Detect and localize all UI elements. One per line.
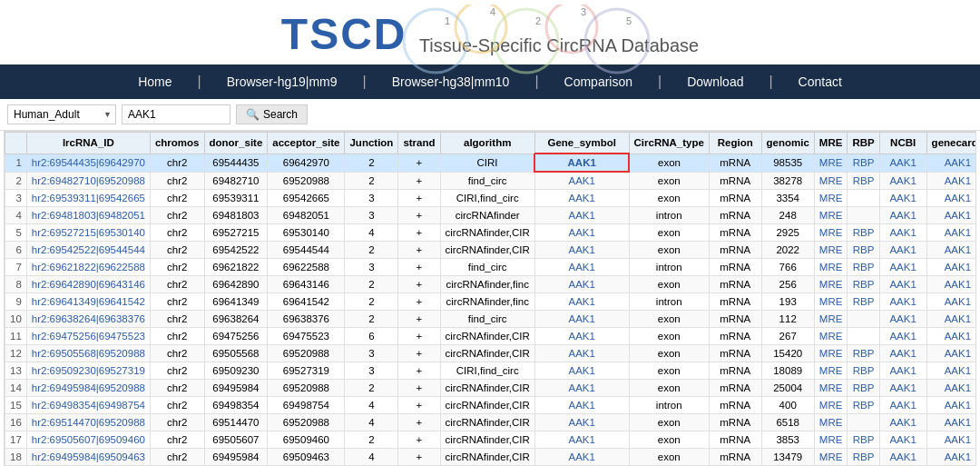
ncbi-cell[interactable]: AAK1 — [879, 224, 926, 242]
genecards-cell[interactable]: AAK1 — [926, 207, 976, 224]
ncbi-cell[interactable]: AAK1 — [879, 397, 926, 414]
gene-cell[interactable]: AAK1 — [534, 328, 629, 345]
rbp-cell[interactable]: RBP — [848, 380, 879, 397]
mre-cell[interactable]: MRE — [814, 380, 848, 397]
rbp-cell[interactable]: RBP — [848, 259, 879, 276]
ncbi-cell[interactable]: AAK1 — [879, 276, 926, 293]
mre-cell[interactable]: MRE — [814, 345, 848, 362]
genecards-cell[interactable]: AAK1 — [926, 154, 976, 172]
lrna-id-cell[interactable]: hr2:69514470|69520988 — [26, 414, 150, 431]
gene-cell[interactable]: AAK1 — [534, 276, 629, 293]
genecards-cell[interactable]: AAK1 — [926, 190, 976, 207]
genecards-cell[interactable]: AAK1 — [926, 293, 976, 311]
mre-cell[interactable]: MRE — [814, 224, 848, 242]
lrna-id-cell[interactable]: hr2:69544435|69642970 — [26, 154, 150, 172]
gene-cell[interactable]: AAK1 — [534, 172, 629, 190]
ncbi-cell[interactable]: AAK1 — [879, 362, 926, 380]
rbp-cell[interactable]: RBP — [848, 224, 879, 242]
ncbi-cell[interactable]: AAK1 — [879, 154, 926, 172]
lrna-id-cell[interactable]: hr2:69482710|69520988 — [26, 172, 150, 190]
lrna-id-cell[interactable]: hr2:69505607|69509460 — [26, 431, 150, 449]
ncbi-cell[interactable]: AAK1 — [879, 431, 926, 449]
ncbi-cell[interactable]: AAK1 — [879, 242, 926, 259]
lrna-id-cell[interactable]: hr2:69481803|69482051 — [26, 207, 150, 224]
mre-cell[interactable]: MRE — [814, 207, 848, 224]
gene-cell[interactable]: AAK1 — [534, 224, 629, 242]
gene-cell[interactable]: AAK1 — [534, 414, 629, 431]
mre-cell[interactable]: MRE — [814, 276, 848, 293]
lrna-id-cell[interactable]: hr2:69475256|69475523 — [26, 328, 150, 345]
rbp-cell[interactable]: RBP — [848, 293, 879, 311]
genecards-cell[interactable]: AAK1 — [926, 328, 976, 345]
genecards-cell[interactable]: AAK1 — [926, 397, 976, 414]
mre-cell[interactable]: MRE — [814, 293, 848, 311]
lrna-id-cell[interactable]: hr2:69621822|69622588 — [26, 259, 150, 276]
genecards-cell[interactable]: AAK1 — [926, 276, 976, 293]
lrna-id-cell[interactable]: hr2:69505568|69520988 — [26, 345, 150, 362]
mre-cell[interactable]: MRE — [814, 311, 848, 328]
genecards-cell[interactable]: AAK1 — [926, 259, 976, 276]
tissue-select[interactable]: Human_Adult Human_Fetal Mouse_Adult Mous… — [7, 104, 116, 124]
search-button[interactable]: 🔍 Search — [236, 104, 308, 124]
mre-cell[interactable]: MRE — [814, 154, 848, 172]
ncbi-cell[interactable]: AAK1 — [879, 190, 926, 207]
rbp-cell[interactable]: RBP — [848, 242, 879, 259]
gene-cell[interactable]: AAK1 — [534, 207, 629, 224]
lrna-id-cell[interactable]: hr2:69638264|69638376 — [26, 311, 150, 328]
genecards-cell[interactable]: AAK1 — [926, 414, 976, 431]
ncbi-cell[interactable]: AAK1 — [879, 293, 926, 311]
genecards-cell[interactable]: AAK1 — [926, 345, 976, 362]
rbp-cell[interactable]: RBP — [848, 345, 879, 362]
mre-cell[interactable]: MRE — [814, 328, 848, 345]
genecards-cell[interactable]: AAK1 — [926, 242, 976, 259]
genecards-cell[interactable]: AAK1 — [926, 311, 976, 328]
gene-cell[interactable]: AAK1 — [534, 449, 629, 466]
lrna-id-cell[interactable]: hr2:69495984|69509463 — [26, 449, 150, 466]
lrna-id-cell[interactable]: hr2:69527215|69530140 — [26, 224, 150, 242]
ncbi-cell[interactable]: AAK1 — [879, 345, 926, 362]
lrna-id-cell[interactable]: hr2:69542522|69544544 — [26, 242, 150, 259]
lrna-id-cell[interactable]: hr2:69495984|69520988 — [26, 380, 150, 397]
rbp-cell[interactable]: RBP — [848, 397, 879, 414]
rbp-cell[interactable]: RBP — [848, 449, 879, 466]
ncbi-cell[interactable]: AAK1 — [879, 328, 926, 345]
genecards-cell[interactable]: AAK1 — [926, 449, 976, 466]
mre-cell[interactable]: MRE — [814, 449, 848, 466]
ncbi-cell[interactable]: AAK1 — [879, 380, 926, 397]
gene-search-input[interactable] — [122, 104, 230, 124]
rbp-cell[interactable]: RBP — [848, 172, 879, 190]
ncbi-cell[interactable]: AAK1 — [879, 172, 926, 190]
genecards-cell[interactable]: AAK1 — [926, 224, 976, 242]
rbp-cell[interactable]: RBP — [848, 276, 879, 293]
genecards-cell[interactable]: AAK1 — [926, 431, 976, 449]
nav-home[interactable]: Home — [113, 64, 197, 99]
rbp-cell[interactable]: RBP — [848, 154, 879, 172]
ncbi-cell[interactable]: AAK1 — [879, 259, 926, 276]
genecards-cell[interactable]: AAK1 — [926, 380, 976, 397]
lrna-id-cell[interactable]: hr2:69498354|69498754 — [26, 397, 150, 414]
mre-cell[interactable]: MRE — [814, 242, 848, 259]
lrna-id-cell[interactable]: hr2:69509230|69527319 — [26, 362, 150, 380]
nav-comparison[interactable]: Comparison — [539, 64, 658, 99]
gene-cell[interactable]: AAK1 — [534, 293, 629, 311]
rbp-cell[interactable]: RBP — [848, 362, 879, 380]
mre-cell[interactable]: MRE — [814, 190, 848, 207]
genecards-cell[interactable]: AAK1 — [926, 172, 976, 190]
ncbi-cell[interactable]: AAK1 — [879, 449, 926, 466]
ncbi-cell[interactable]: AAK1 — [879, 207, 926, 224]
mre-cell[interactable]: MRE — [814, 414, 848, 431]
gene-cell[interactable]: AAK1 — [534, 311, 629, 328]
lrna-id-cell[interactable]: hr2:69642890|69643146 — [26, 276, 150, 293]
gene-cell[interactable]: AAK1 — [534, 259, 629, 276]
gene-cell[interactable]: AAK1 — [534, 345, 629, 362]
gene-cell[interactable]: AAK1 — [534, 397, 629, 414]
ncbi-cell[interactable]: AAK1 — [879, 414, 926, 431]
gene-cell[interactable]: AAK1 — [534, 380, 629, 397]
nav-browser-hg19[interactable]: Browser-hg19|mm9 — [201, 64, 363, 99]
gene-cell[interactable]: AAK1 — [534, 362, 629, 380]
gene-cell[interactable]: AAK1 — [534, 431, 629, 449]
lrna-id-cell[interactable]: hr2:69539311|69542665 — [26, 190, 150, 207]
genecards-cell[interactable]: AAK1 — [926, 362, 976, 380]
nav-browser-hg38[interactable]: Browser-hg38|mm10 — [367, 64, 535, 99]
ncbi-cell[interactable]: AAK1 — [879, 311, 926, 328]
